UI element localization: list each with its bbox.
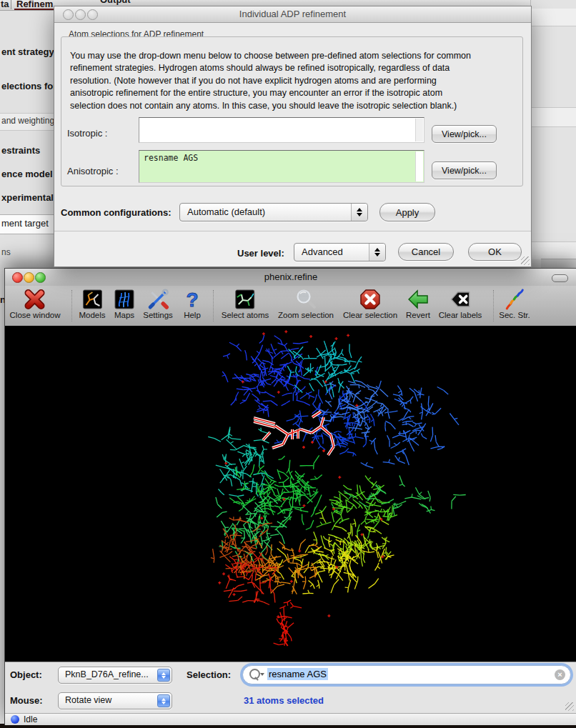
- toolbar-separator: [213, 290, 214, 321]
- zoom-selection-button[interactable]: Zoom selection: [278, 288, 334, 319]
- stepper-icon[interactable]: [157, 694, 170, 707]
- common-configurations-dropdown[interactable]: Automatic (default): [179, 203, 368, 221]
- dropdown-value: Rotate view: [65, 695, 156, 705]
- anisotropic-value: resname AGS: [144, 153, 198, 163]
- tab-data-fragment[interactable]: ta: [1, 0, 9, 9]
- field-scroll-gutter: [415, 119, 423, 141]
- zoom-selection-icon: [294, 288, 317, 311]
- search-menu-arrow-icon[interactable]: [260, 673, 264, 676]
- user-level-dropdown[interactable]: Advanced: [294, 243, 386, 261]
- user-level-label: User level:: [237, 248, 284, 259]
- toolbar-separator: [71, 290, 72, 321]
- status-indicator-icon: [11, 715, 19, 724]
- molecule-viewport[interactable]: [5, 326, 576, 662]
- sidebar-item-selections[interactable]: elections for: [1, 81, 56, 91]
- ok-button[interactable]: OK: [468, 243, 522, 261]
- toolbar-toggle-lozenge[interactable]: [552, 274, 568, 282]
- models-icon: [81, 288, 104, 311]
- atoms-selected-status: 31 atoms selected: [244, 695, 324, 706]
- settings-icon: [147, 288, 169, 311]
- sidebar-item-strategy[interactable]: ent strategy: [1, 46, 54, 57]
- anisotropic-label: Anisotropic :: [67, 166, 119, 176]
- clear-labels-icon: [449, 288, 472, 311]
- isotropic-view-pick-button[interactable]: View/pick...: [432, 125, 497, 143]
- sidebar-item-target[interactable]: ment target: [1, 218, 49, 229]
- anisotropic-view-pick-button[interactable]: View/pick...: [432, 161, 497, 179]
- viewer-title: phenix.refine: [5, 271, 576, 282]
- dropdown-value: Advanced: [302, 246, 343, 257]
- help-icon: ?: [181, 288, 204, 311]
- status-text: Idle: [24, 714, 37, 724]
- common-configurations-label: Common configurations:: [61, 207, 172, 218]
- field-scroll-gutter: [415, 151, 423, 181]
- select-atoms-button[interactable]: Select atoms: [222, 288, 269, 319]
- isotropic-label: Isotropic :: [67, 128, 107, 139]
- selection-label: Selection:: [187, 669, 231, 680]
- stepper-icon[interactable]: [369, 244, 385, 261]
- screen: ta Refinem Output ent strategy elections…: [0, 0, 576, 728]
- revert-button[interactable]: Revert: [406, 288, 430, 319]
- close-window-icon: [24, 288, 46, 311]
- panel-band: [531, 241, 576, 259]
- settings-button[interactable]: Settings: [143, 288, 173, 319]
- resize-grip[interactable]: [565, 702, 574, 711]
- status-bar: Idle: [5, 713, 576, 725]
- mouse-label: Mouse:: [10, 695, 43, 706]
- mouse-mode-dropdown[interactable]: Rotate view: [58, 692, 172, 709]
- clear-search-icon[interactable]: ×: [555, 669, 565, 680]
- secondary-structure-button[interactable]: Sec. Str.: [499, 288, 530, 319]
- sidebar-item-restraints[interactable]: estraints: [1, 145, 40, 156]
- object-dropdown[interactable]: PknB_D76A_refine...: [58, 667, 172, 684]
- isotropic-selection-field[interactable]: [139, 117, 424, 143]
- dialog-titlebar[interactable]: Individual ADP refinement: [54, 6, 531, 23]
- toolbar-separator: [493, 290, 494, 321]
- tab-output-fragment[interactable]: Output: [100, 0, 131, 5]
- panel-band: [531, 107, 576, 127]
- maps-icon: [113, 288, 136, 311]
- dialog-title: Individual ADP refinement: [54, 9, 531, 19]
- anisotropic-selection-field[interactable]: resname AGS: [139, 150, 424, 183]
- molecule-wireframe: [5, 326, 576, 662]
- select-atoms-icon: [234, 288, 257, 311]
- background-right-panel: [530, 0, 576, 269]
- selection-value: resname AGS: [267, 668, 328, 680]
- apply-button[interactable]: Apply: [379, 203, 435, 221]
- viewer-toolbar: Close window Models: [5, 286, 576, 326]
- clear-labels-button[interactable]: Clear labels: [439, 288, 482, 319]
- secondary-structure-icon: [503, 288, 526, 311]
- sidebar-item-experimental[interactable]: xperimental: [1, 192, 54, 203]
- footer-bar: [54, 231, 531, 266]
- clear-selection-button[interactable]: Clear selection: [343, 288, 397, 319]
- dropdown-value: Automatic (default): [187, 206, 265, 217]
- sidebar-item-weighting[interactable]: and weighting: [1, 116, 54, 126]
- svg-text:?: ?: [186, 289, 198, 311]
- viewer-control-panel: Object: PknB_D76A_refine... Selection: r…: [5, 662, 576, 714]
- dropdown-value: PknB_D76A_refine...: [65, 669, 156, 679]
- cancel-button[interactable]: Cancel: [398, 243, 454, 261]
- selection-search-input[interactable]: resname AGS ×: [242, 665, 571, 684]
- panel-band: [531, 9, 576, 26]
- clear-selection-icon: [359, 288, 382, 311]
- maps-button[interactable]: Maps: [113, 288, 136, 319]
- help-button[interactable]: ? Help: [181, 288, 204, 319]
- object-label: Object:: [10, 669, 42, 680]
- viewer-titlebar[interactable]: phenix.refine: [5, 269, 576, 286]
- adp-refinement-dialog: Individual ADP refinement Atom selection…: [54, 6, 532, 267]
- revert-icon: [407, 288, 429, 311]
- resize-grip[interactable]: [521, 256, 530, 265]
- stepper-icon[interactable]: [157, 669, 170, 682]
- close-window-button[interactable]: Close window: [10, 288, 61, 319]
- sidebar-item-reference-model[interactable]: ence model: [1, 169, 53, 179]
- description-text: You may use the drop-down menu below to …: [70, 50, 519, 112]
- tab-divider: [11, 0, 11, 9]
- models-button[interactable]: Models: [79, 288, 105, 319]
- stepper-icon[interactable]: [351, 204, 367, 221]
- phenix-refine-window: phenix.refine Close window: [4, 268, 576, 725]
- sidebar-item-ns-fragment[interactable]: ns: [1, 247, 11, 257]
